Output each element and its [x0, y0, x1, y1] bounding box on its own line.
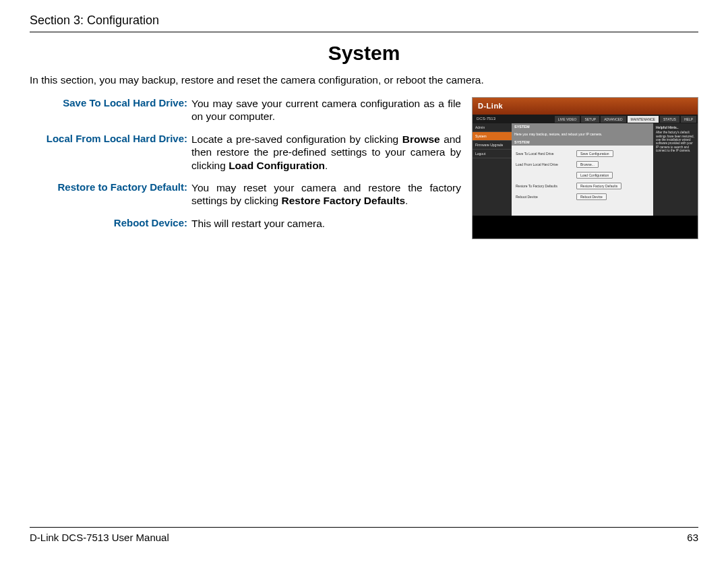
restore-factory-defaults-button[interactable]: Restore Factory Defaults: [576, 183, 621, 189]
def-item: Local From Local Hard Drive: Locate a pr…: [30, 133, 461, 172]
def-desc-restore: You may reset your camera and restore th…: [191, 181, 461, 208]
def-item: Restore to Factory Default: You may rese…: [30, 181, 461, 208]
screenshot-sidebar: Admin System Firmware Upgrade Logout: [473, 123, 512, 216]
def-item: Reboot Device: This will restart your ca…: [30, 217, 461, 230]
def-desc-load: Locate a pre-saved configuration by clic…: [191, 133, 461, 172]
section-header: Section 3: Configuration: [30, 13, 698, 28]
panel-desc: Here you may backup, restore, and reboot…: [512, 131, 653, 139]
tab-live-video[interactable]: LIVE VIDEO: [555, 116, 580, 123]
def-label-load: Local From Local Hard Drive:: [30, 133, 191, 172]
page-footer: D-Link DCS-7513 User Manual 63: [30, 527, 698, 543]
intro-text: In this section, you may backup, restore…: [30, 74, 698, 86]
row-load-config: Load Configuration: [512, 170, 653, 181]
screenshot-topbar: DCS-7513 LIVE VIDEO SETUP ADVANCED MAINT…: [473, 115, 698, 123]
footer-page-number: 63: [687, 532, 698, 543]
screenshot-hints: Helpful Hints.. After the factory's defa…: [653, 123, 698, 216]
screenshot-main-panel: SYSTEM Here you may backup, restore, and…: [512, 123, 653, 216]
row-label: Restore To Factory Defaults: [516, 184, 576, 188]
def-label-reboot: Reboot Device:: [30, 217, 191, 230]
sidebar-item-logout[interactable]: Logout: [473, 150, 512, 158]
content-row: Save To Local Hard Drive: You may save y…: [30, 97, 698, 239]
panel-title: SYSTEM: [512, 123, 653, 131]
tab-help[interactable]: HELP: [681, 116, 696, 123]
reboot-device-button[interactable]: Reboot Device: [576, 193, 607, 200]
def-desc-reboot: This will restart your camera.: [191, 217, 461, 230]
def-label-save: Save To Local Hard Drive:: [30, 97, 191, 123]
screenshot-model: DCS-7513: [474, 117, 498, 121]
header-divider: [30, 32, 698, 32]
tab-status[interactable]: STATUS: [660, 116, 679, 123]
tab-maintenance[interactable]: MAINTENANCE: [628, 116, 659, 123]
screenshot-nav-tabs: LIVE VIDEO SETUP ADVANCED MAINTENANCE ST…: [555, 116, 696, 123]
def-label-restore: Restore to Factory Default:: [30, 181, 191, 208]
embedded-screenshot: D-Link DCS-7513 LIVE VIDEO SETUP ADVANCE…: [472, 97, 698, 239]
hints-body: After the factory's default settings hav…: [656, 131, 695, 152]
load-configuration-button[interactable]: Load Configuration: [576, 172, 613, 179]
row-label: Save To Local Hard Drive: [516, 152, 576, 156]
row-save: Save To Local Hard Drive Save Configurat…: [512, 148, 653, 159]
screenshot-brand: D-Link: [473, 98, 698, 115]
tab-advanced[interactable]: ADVANCED: [601, 116, 626, 123]
browse-button[interactable]: Browse...: [576, 161, 599, 168]
screenshot-body: Admin System Firmware Upgrade Logout SYS…: [473, 123, 698, 216]
panel-rows: Save To Local Hard Drive Save Configurat…: [512, 146, 653, 216]
row-restore: Restore To Factory Defaults Restore Fact…: [512, 181, 653, 191]
row-load: Load From Local Hard Drive Browse...: [512, 159, 653, 170]
row-label: Load From Local Hard Drive: [516, 162, 576, 166]
footer-divider: [30, 527, 698, 528]
sidebar-item-admin[interactable]: Admin: [473, 123, 512, 132]
sidebar-item-system[interactable]: System: [473, 132, 512, 141]
def-item: Save To Local Hard Drive: You may save y…: [30, 97, 461, 123]
hints-title: Helpful Hints..: [656, 125, 695, 129]
def-desc-save: You may save your current camera configu…: [191, 97, 461, 123]
panel-section: SYSTEM: [512, 139, 653, 146]
save-configuration-button[interactable]: Save Configuration: [576, 150, 613, 157]
footer-manual-name: D-Link DCS-7513 User Manual: [30, 532, 169, 543]
definition-list: Save To Local Hard Drive: You may save y…: [30, 97, 461, 239]
tab-setup[interactable]: SETUP: [581, 116, 599, 123]
page-title: System: [30, 42, 698, 65]
sidebar-item-firmware[interactable]: Firmware Upgrade: [473, 141, 512, 150]
row-label: Reboot Device: [516, 195, 576, 199]
row-reboot: Reboot Device Reboot Device: [512, 191, 653, 202]
